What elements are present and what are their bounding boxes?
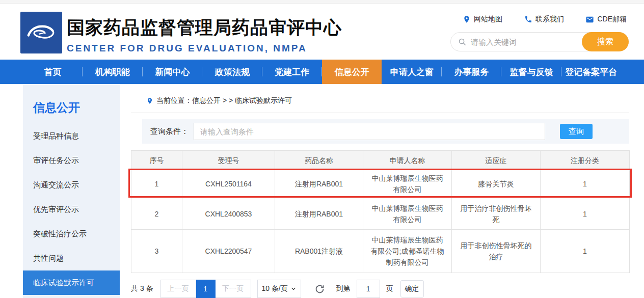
main-nav: 首页 机构职能 新闻中心 政策法规 党建工作 信息公开 申请人之窗 办事服务 监… [0, 60, 644, 84]
cell-applicant: 中山莱博瑞辰生物医药有限公司;成都圣诺生物制药有限公司 [363, 230, 452, 273]
breadcrumb: 当前位置：信息公开 > > 临床试验默示许可 [131, 85, 629, 113]
goto-prefix-label: 到第 [336, 284, 351, 293]
nav-item-applicant-window[interactable]: 申请人之窗 [382, 60, 441, 84]
top-strip [0, 0, 644, 4]
cell-drug-name: 注射用RAB001 [275, 198, 363, 230]
cell-applicant: 中山莱博瑞辰生物医药有限公司 [363, 170, 452, 198]
site-header: 国家药品监督管理局药品审评中心 CENTER FOR DRUG EVALUATI… [0, 4, 644, 60]
contact-label: 联系我们 [535, 15, 564, 24]
sidebar-title: 信息公开 [23, 85, 120, 124]
sitemap-label: 网站地图 [474, 15, 502, 24]
cell-indication: 膝骨关节炎 [452, 170, 541, 198]
cde-logo [20, 12, 62, 53]
sidebar-item-clinical-trial-implied-license[interactable]: 临床试验默示许可 [23, 270, 120, 295]
refresh-icon [314, 284, 325, 294]
cell-acceptance-no: CXHL2400853 [182, 198, 275, 230]
contact-link[interactable]: 联系我们 [524, 15, 564, 24]
sidebar-item-breakthrough-therapy[interactable]: 突破性治疗公示 [23, 222, 120, 246]
sidebar-item-accepted-varieties[interactable]: 受理品种信息 [23, 124, 120, 148]
title-block: 国家药品监督管理局药品审评中心 CENTER FOR DRUG EVALUATI… [67, 16, 342, 54]
chevron-down-icon [290, 286, 297, 292]
sidebar: 信息公开 受理品种信息 审评任务公示 沟通交流公示 优先审评公示 突破性治疗公示… [23, 85, 120, 298]
cell-seq: 2 [131, 198, 182, 230]
table-row[interactable]: 1 CXHL2501164 注射用RAB001 中山莱博瑞辰生物医药有限公司 膝… [131, 170, 630, 198]
nav-item-party-building[interactable]: 党建工作 [262, 60, 322, 84]
sidebar-item-review-tasks[interactable]: 审评任务公示 [23, 148, 120, 173]
location-pin-icon [463, 15, 471, 23]
site-subtitle: CENTER FOR DRUG EVALUATION, NMPA [67, 43, 342, 54]
content: 当前位置：信息公开 > > 临床试验默示许可 查询条件： 查询 序号 受理号 药… [131, 85, 629, 298]
mail-icon [585, 15, 594, 24]
query-button[interactable]: 查询 [560, 124, 593, 139]
query-bar: 查询条件： 查询 [142, 119, 629, 144]
quick-links: 网站地图 联系我们 CDE邮箱 [450, 15, 629, 24]
cell-seq: 3 [131, 230, 182, 273]
col-header-seq: 序号 [131, 151, 182, 170]
cell-indication: 用于非创伤性骨坏死的治疗 [452, 230, 541, 273]
nav-item-organization[interactable]: 机构职能 [83, 60, 142, 84]
goto-suffix-label: 页 [386, 284, 393, 293]
sidebar-item-communication[interactable]: 沟通交流公示 [23, 173, 120, 197]
nav-item-news[interactable]: 新闻中心 [143, 60, 202, 84]
mail-link[interactable]: CDE邮箱 [585, 15, 627, 24]
col-header-acceptance-no: 受理号 [182, 151, 275, 170]
prev-page-button[interactable]: 上一页 [160, 280, 196, 298]
query-input[interactable] [194, 123, 545, 140]
goto-confirm-button[interactable]: 确定 [400, 280, 424, 297]
cell-drug-name: RAB001注射液 [275, 230, 363, 273]
header-right: 网站地图 联系我们 CDE邮箱 搜索 [450, 15, 629, 51]
col-header-registration-class: 注册分类 [541, 151, 630, 170]
refresh-button[interactable] [314, 284, 325, 294]
pager-group: 上一页 1 下一页 [160, 280, 251, 298]
sidebar-item-common-issues[interactable]: 共性问题 [23, 246, 120, 270]
sitemap-link[interactable]: 网站地图 [463, 15, 502, 24]
results-table: 序号 受理号 药品名称 申请人名称 适应症 注册分类 1 CXHL2501164… [131, 150, 630, 273]
table-header-row: 序号 受理号 药品名称 申请人名称 适应症 注册分类 [131, 151, 630, 170]
query-label: 查询条件： [150, 127, 189, 137]
site-title: 国家药品监督管理局药品审评中心 [67, 16, 342, 40]
page-number-button[interactable]: 1 [196, 280, 216, 298]
nav-item-policies[interactable]: 政策法规 [202, 60, 262, 84]
col-header-applicant: 申请人名称 [363, 151, 452, 170]
cell-registration-class: 1 [541, 170, 630, 198]
cell-registration-class: 1 [541, 198, 630, 230]
page-size-label: 10 条/页 [261, 284, 287, 293]
nav-item-home[interactable]: 首页 [23, 60, 83, 84]
total-count: 共 3 条 [131, 284, 153, 293]
goto-page-input[interactable] [357, 280, 380, 298]
results-table-wrap: 序号 受理号 药品名称 申请人名称 适应症 注册分类 1 CXHL2501164… [131, 150, 629, 273]
next-page-button[interactable]: 下一页 [216, 280, 251, 298]
phone-icon [524, 15, 532, 23]
search-icon [458, 38, 467, 46]
cell-seq: 1 [131, 170, 182, 198]
col-header-drug-name: 药品名称 [275, 151, 363, 170]
nav-item-supervision-feedback[interactable]: 监督与反馈 [501, 60, 561, 84]
cell-indication: 用于治疗非创伤性骨坏死 [452, 198, 541, 230]
cell-applicant: 中山莱博瑞辰生物医药有限公司 [363, 198, 452, 230]
breadcrumb-text: 当前位置：信息公开 > > 临床试验默示许可 [156, 96, 292, 105]
pagination: 共 3 条 上一页 1 下一页 10 条/页 到第 页 确定 [131, 280, 629, 298]
nav-item-registration-platform[interactable]: 登记备案平台 [561, 60, 621, 84]
nav-item-services[interactable]: 办事服务 [442, 60, 501, 84]
page-size-select[interactable]: 10 条/页 [257, 280, 301, 298]
breadcrumb-pin-icon [146, 97, 153, 104]
cell-acceptance-no: CXHL2200547 [182, 230, 275, 273]
cde-swan-logo-icon [23, 14, 60, 51]
nav-item-info-disclosure[interactable]: 信息公开 [322, 60, 382, 84]
sidebar-item-priority-review[interactable]: 优先审评公示 [23, 197, 120, 222]
table-row[interactable]: 2 CXHL2400853 注射用RAB001 中山莱博瑞辰生物医药有限公司 用… [131, 198, 630, 230]
search-button[interactable]: 搜索 [582, 32, 629, 51]
table-row[interactable]: 3 CXHL2200547 RAB001注射液 中山莱博瑞辰生物医药有限公司;成… [131, 230, 630, 273]
cell-acceptance-no: CXHL2501164 [182, 170, 275, 198]
cell-registration-class: 1 [541, 230, 630, 273]
cell-drug-name: 注射用RAB001 [275, 170, 363, 198]
mail-label: CDE邮箱 [597, 15, 627, 24]
col-header-indication: 适应症 [452, 151, 541, 170]
search-box: 搜索 [450, 32, 629, 51]
